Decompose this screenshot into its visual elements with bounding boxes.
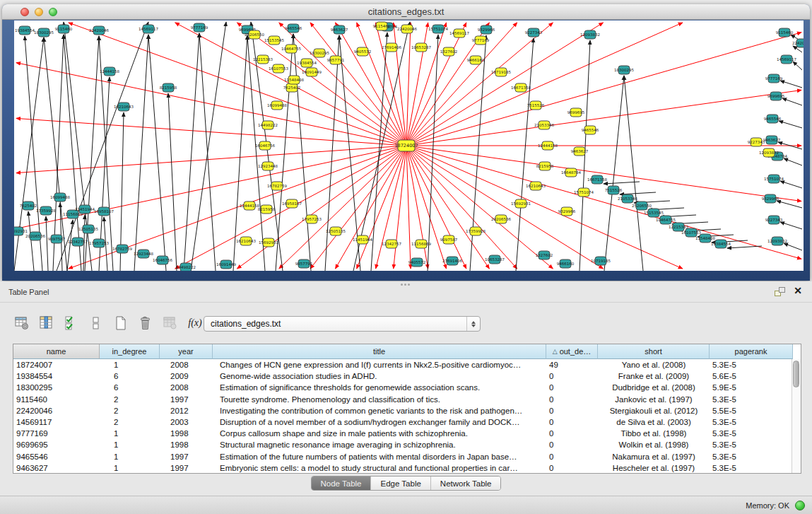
graph-edge[interactable] [793,62,802,70]
cell-short[interactable]: Dudbridge et al. (2008) [598,383,710,392]
cell-in_degree[interactable]: 1 [100,464,160,472]
graph-edge[interactable] [310,23,406,146]
cell-in_degree[interactable]: 1 [100,429,160,438]
network-canvas[interactable]: 1938455418300295911546022420046145691179… [14,21,804,271]
cell-title[interactable]: Investigating the contribution of common… [213,407,546,415]
cell-pagerank[interactable]: 5.6E-5 [710,372,792,380]
graph-edge[interactable] [428,35,438,271]
cell-title[interactable]: Estimation of the future numbers of pati… [213,452,546,461]
cell-pagerank[interactable]: 5.9E-5 [710,383,792,392]
cell-year[interactable]: 2003 [160,418,213,426]
cell-short[interactable]: de Silva et al. (2003) [598,418,710,426]
graph-edge[interactable] [339,35,360,271]
show-columns-icon[interactable] [37,314,56,332]
tab-node-table[interactable]: Node Table [312,477,371,490]
graph-edge[interactable] [247,35,265,271]
cell-in_degree[interactable]: 1 [100,452,160,461]
cell-name[interactable]: 9465546 [13,452,100,461]
cell-year[interactable]: 1997 [160,395,213,404]
cell-out_degree[interactable]: 0 [546,464,598,472]
graph-edge[interactable] [191,22,226,271]
memory-ok-indicator[interactable] [795,501,805,510]
close-window-button[interactable] [20,8,29,16]
table-row[interactable]: 946362711997Embryonic stem cells: a mode… [13,462,792,473]
cell-name[interactable]: 18724007 [13,361,100,369]
window-titlebar[interactable]: citations_edges.txt [2,4,810,20]
delete-columns-trash-icon[interactable] [136,314,155,332]
cell-out_degree[interactable]: 0 [546,383,598,392]
cell-in_degree[interactable]: 1 [100,440,160,449]
cell-year[interactable]: 1997 [160,464,213,472]
cell-in_degree[interactable]: 2 [100,418,160,426]
cell-name[interactable]: 9777169 [13,429,100,438]
delete-table-icon-disabled[interactable] [161,314,180,332]
cell-name[interactable]: 9463627 [13,464,100,472]
cell-short[interactable]: Nakamura et al. (1997) [598,452,710,461]
graph-edge[interactable] [67,220,73,271]
cell-short[interactable]: Hescheler et al. (1997) [598,464,710,472]
cell-out_degree[interactable]: 0 [546,395,598,404]
cell-out_degree[interactable]: 0 [546,418,598,426]
table-row[interactable]: 977716911998Corpus callosum shape and si… [13,428,792,439]
tab-network-table[interactable]: Network Table [430,477,501,490]
graph-edge[interactable] [784,158,802,165]
graph-edge[interactable] [406,23,517,146]
graph-edge[interactable] [406,146,447,269]
cell-title[interactable]: Corpus callosum shape and size in male p… [213,429,546,438]
cell-year[interactable]: 1997 [160,452,213,461]
table-row[interactable]: 2242004622012Investigating the contribut… [13,405,792,416]
cell-pagerank[interactable]: 5.3E-5 [710,429,792,438]
function-builder-icon[interactable]: f(x) [186,314,204,332]
table-row[interactable]: 1456911722003Disruption of a novel membe… [13,416,792,428]
cell-short[interactable]: Franke et al. (2009) [598,372,710,380]
graph-edge[interactable] [624,76,643,271]
cell-in_degree[interactable]: 2 [100,395,160,404]
cell-pagerank[interactable]: 5.3E-5 [710,361,792,369]
cell-name[interactable]: 19384554 [13,372,100,380]
graph-edge[interactable] [516,38,534,271]
minimize-window-button[interactable] [35,8,43,16]
graph-edge[interactable] [727,246,762,248]
cell-short[interactable]: Yano et al. (2008) [598,361,710,369]
cell-pagerank[interactable]: 5.3E-5 [710,395,792,404]
cell-title[interactable]: Changes of HCN gene expression and I(f) … [213,361,546,369]
cell-pagerank[interactable]: 5.3E-5 [710,452,792,461]
table-row[interactable]: 969969511998Structural magnetic resonanc… [13,439,792,450]
table-row[interactable]: 946554611997Estimation of the future num… [13,451,792,462]
graph-edge[interactable] [134,35,148,271]
graph-edge[interactable] [779,121,802,128]
cell-in_degree[interactable]: 1 [100,361,160,369]
cell-short[interactable]: Jankovic et al. (1997) [598,395,710,404]
graph-edge[interactable] [46,216,48,271]
cell-pagerank[interactable]: 5.3E-5 [710,464,792,472]
graph-edge[interactable] [279,146,406,269]
graph-edge[interactable] [406,146,411,269]
graph-edge[interactable] [57,22,148,271]
graph-edge[interactable] [406,23,411,146]
cell-name[interactable]: 9699695 [13,440,100,449]
cell-out_degree[interactable]: 0 [546,429,598,438]
cell-title[interactable]: Disruption of a novel member of a sodium… [213,418,546,426]
cell-year[interactable]: 1998 [160,429,213,438]
cell-short[interactable]: Stergiakouli et al. (2012) [598,407,710,415]
toggle-rows-icon[interactable] [87,314,105,332]
graph-edge[interactable] [168,93,177,271]
cell-out_degree[interactable]: 0 [546,407,598,415]
graph-edge[interactable] [406,90,801,146]
cell-pagerank[interactable]: 5.3E-5 [710,418,792,426]
cell-pagerank[interactable]: 5.5E-5 [710,407,792,415]
column-header-name[interactable]: name [13,344,100,359]
cell-year[interactable]: 1998 [160,440,213,449]
cell-short[interactable]: Wolkin et al. (1998) [598,440,710,449]
cell-name[interactable]: 18300295 [13,383,100,392]
graph-edge[interactable] [376,23,406,146]
cell-year[interactable]: 2012 [160,407,213,415]
graph-edge[interactable] [233,35,247,271]
graph-edge[interactable] [780,181,802,188]
graph-edge[interactable] [406,146,428,269]
graph-edge[interactable] [16,146,406,173]
graph-edge[interactable] [784,243,802,250]
zoom-window-button[interactable] [49,8,57,16]
cell-year[interactable]: 2009 [160,372,213,380]
graph-edge[interactable] [782,98,802,105]
